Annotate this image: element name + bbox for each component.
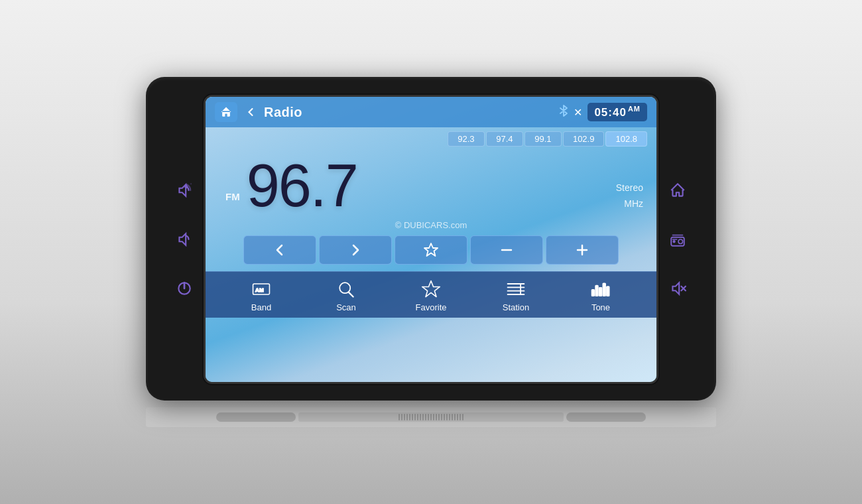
svg-rect-19	[591, 290, 594, 296]
close-button[interactable]: ✕	[574, 106, 582, 119]
top-bar-left: Radio	[215, 102, 302, 122]
svg-text:AM: AM	[255, 287, 264, 293]
plus-button[interactable]	[546, 235, 619, 265]
bottom-nav: AM Band Scan Favorit	[206, 271, 656, 318]
nav-favorite-label: Favorite	[416, 302, 447, 312]
preset-3[interactable]: 99.1	[524, 131, 562, 147]
frequency-display: FM 96.7 Stereo MHz	[206, 149, 656, 219]
nav-scan[interactable]: Scan	[304, 279, 389, 312]
top-bar: Radio ✕ 05:40AM	[206, 97, 656, 127]
nav-tone-label: Tone	[591, 302, 610, 312]
close-icon: ✕	[574, 106, 582, 119]
time-value: 05:40	[594, 106, 626, 119]
freq-right: Stereo MHz	[616, 182, 643, 216]
nav-band[interactable]: AM Band	[219, 279, 304, 312]
stereo-label: Stereo	[616, 182, 643, 193]
back-button[interactable]	[244, 105, 257, 119]
svg-rect-23	[607, 286, 609, 296]
next-button[interactable]	[319, 235, 392, 265]
mhz-label: MHz	[624, 198, 643, 209]
preset-5[interactable]: 102.8	[605, 131, 647, 147]
dash-surround: + Radio	[146, 77, 716, 401]
svg-marker-13	[422, 281, 440, 297]
time-display: 05:40AM	[587, 103, 647, 121]
favorite-button[interactable]	[395, 235, 467, 265]
preset-1[interactable]: 92.3	[448, 131, 485, 147]
bluetooth-icon	[559, 105, 568, 119]
nav-scan-label: Scan	[336, 302, 356, 312]
svg-text:+: +	[185, 184, 188, 189]
preset-2[interactable]: 97.4	[486, 131, 523, 147]
nav-station-label: Station	[503, 302, 529, 312]
watermark: © DUBICARS.com	[206, 219, 656, 235]
volume-up-button[interactable]: +	[172, 178, 196, 202]
minus-button[interactable]	[470, 235, 543, 265]
presets-bar: 92.3 97.4 99.1 102.9 102.8	[206, 127, 656, 149]
svg-rect-22	[603, 283, 605, 296]
home-button[interactable]	[215, 102, 237, 122]
svg-point-27	[674, 241, 675, 242]
infotainment-screen: Radio ✕ 05:40AM	[206, 97, 656, 382]
home-side-button[interactable]	[666, 178, 690, 202]
preset-4[interactable]: 102.9	[563, 131, 605, 147]
prev-button[interactable]	[243, 235, 316, 265]
volume-down-button[interactable]	[172, 227, 196, 251]
svg-marker-5	[424, 243, 438, 256]
svg-rect-20	[595, 285, 598, 296]
vent-area	[133, 405, 729, 427]
svg-rect-21	[599, 288, 602, 296]
radio-side-button[interactable]	[666, 227, 690, 251]
right-side-buttons	[666, 172, 690, 307]
control-bar	[206, 235, 656, 271]
power-button[interactable]	[172, 277, 196, 300]
nav-band-label: Band	[251, 302, 271, 312]
nav-tone[interactable]: Tone	[558, 279, 643, 312]
nav-station[interactable]: Station	[473, 279, 558, 312]
left-side-buttons: +	[172, 172, 196, 307]
frequency-value: 96.7	[247, 156, 357, 216]
time-ampm: AM	[628, 105, 641, 113]
band-label: FM	[225, 191, 240, 202]
scene: + Radio	[0, 0, 862, 504]
svg-line-12	[349, 292, 353, 297]
top-bar-right: ✕ 05:40AM	[559, 103, 647, 121]
screen-title: Radio	[264, 105, 302, 120]
svg-point-25	[678, 239, 683, 244]
mute-side-button[interactable]	[666, 277, 690, 300]
nav-favorite[interactable]: Favorite	[389, 279, 473, 312]
